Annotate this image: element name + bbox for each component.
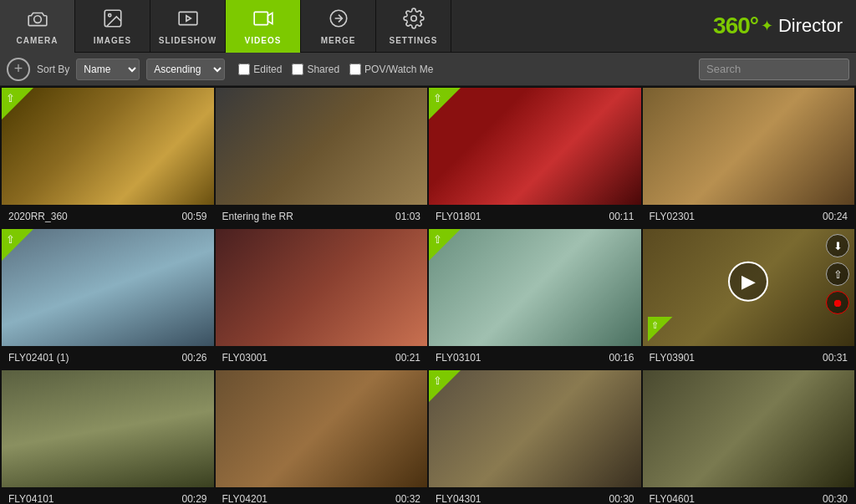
- svg-point-0: [33, 15, 41, 23]
- video-thumb: ⇧: [429, 370, 641, 487]
- video-duration: 00:11: [609, 211, 634, 222]
- thumb-inner: [643, 88, 855, 205]
- video-name: FLY03901: [650, 352, 696, 364]
- nav-merge[interactable]: MERGE: [301, 0, 376, 53]
- add-button[interactable]: +: [7, 58, 30, 81]
- slideshow-icon: [177, 8, 199, 33]
- camera-icon: [27, 8, 48, 33]
- share-icon: ⇧: [433, 233, 442, 246]
- video-duration: 00:21: [395, 352, 420, 364]
- video-name: FLY02401 (1): [8, 352, 69, 364]
- video-info: 2020RR_360 00:59: [2, 205, 214, 227]
- video-info: FLY01801 00:11: [429, 205, 641, 227]
- images-icon: [102, 8, 124, 33]
- video-thumb: [216, 370, 428, 487]
- search-input[interactable]: [699, 59, 849, 80]
- video-cell-v6[interactable]: FLY03001 00:21: [216, 229, 428, 369]
- video-info: FLY02301 00:24: [643, 205, 855, 227]
- video-duration: 00:31: [823, 352, 848, 364]
- filter-shared[interactable]: Shared: [292, 64, 339, 75]
- video-duration: 00:16: [609, 352, 634, 364]
- video-thumb: [643, 88, 855, 205]
- video-thumb: [216, 229, 428, 346]
- video-cell-v4[interactable]: FLY02301 00:24: [643, 88, 855, 227]
- nav-images[interactable]: IMAGES: [75, 0, 150, 53]
- share-icon: ⇧: [433, 92, 442, 104]
- thumb-inner: [216, 229, 428, 346]
- sort-select[interactable]: Name Date Duration Size: [76, 59, 140, 80]
- video-name: FLY04101: [8, 493, 54, 505]
- thumb-inner: [2, 370, 214, 487]
- video-cell-v9[interactable]: FLY04101 00:29: [2, 370, 214, 504]
- video-thumb: ⇧: [429, 88, 641, 205]
- video-info: FLY03101 00:16: [429, 346, 641, 369]
- edited-checkbox[interactable]: [238, 64, 250, 75]
- images-label: IMAGES: [94, 36, 131, 45]
- filter-pov[interactable]: POV/Watch Me: [349, 64, 433, 75]
- video-cell-v10[interactable]: FLY04201 00:32: [216, 370, 428, 504]
- video-cell-v11[interactable]: ⇧ FLY04301 00:30: [429, 370, 641, 504]
- slideshow-label: SLIDESHOW: [159, 36, 217, 45]
- video-thumb: [643, 370, 855, 487]
- download-icon-btn[interactable]: ⬇: [826, 234, 849, 257]
- video-duration: 00:29: [181, 493, 206, 505]
- nav-camera[interactable]: CAMERA: [0, 0, 75, 53]
- video-duration: 00:32: [395, 493, 420, 505]
- delete-icon-btn[interactable]: ⏺: [826, 291, 849, 314]
- thumb-inner: ⇧: [2, 229, 214, 346]
- logo-star: ✦: [761, 17, 773, 35]
- video-duration: 00:30: [823, 493, 848, 505]
- nav-settings[interactable]: SETTINGS: [376, 0, 451, 53]
- pov-checkbox[interactable]: [349, 64, 361, 75]
- nav-slideshow[interactable]: SLIDESHOW: [150, 0, 226, 53]
- nav-items: CAMERA IMAGES SLIDESHOW: [0, 0, 713, 53]
- video-cell-v5[interactable]: ⇧ FLY02401 (1) 00:26: [2, 229, 214, 369]
- share-icon-btn[interactable]: ⇧: [826, 262, 849, 286]
- video-cell-v12[interactable]: FLY04601 00:30: [643, 370, 855, 504]
- merge-icon: [328, 8, 349, 33]
- video-name: FLY03101: [436, 352, 482, 364]
- video-info: FLY03901 00:31: [643, 346, 855, 369]
- svg-rect-4: [254, 12, 268, 24]
- video-thumb: ⇧: [429, 229, 641, 346]
- thumb-inner: [643, 370, 855, 487]
- video-info: FLY02401 (1) 00:26: [2, 346, 214, 369]
- thumb-inner: [216, 370, 428, 487]
- video-info: FLY03001 00:21: [216, 346, 428, 369]
- logo-area: 360° ✦ Director: [713, 13, 856, 39]
- svg-point-2: [108, 13, 110, 16]
- logo-360: 360°: [713, 13, 758, 39]
- merge-label: MERGE: [321, 36, 356, 45]
- filter-edited[interactable]: Edited: [238, 64, 282, 75]
- toolbar: + Sort By Name Date Duration Size Ascend…: [0, 53, 856, 86]
- shared-checkbox[interactable]: [292, 64, 303, 75]
- video-thumb: [216, 88, 428, 205]
- play-overlay[interactable]: ▶: [728, 262, 768, 302]
- video-cell-v3[interactable]: ⇧ FLY01801 00:11: [429, 88, 641, 227]
- thumb-inner: ⇧: [429, 88, 641, 205]
- video-thumb: ⇧: [2, 88, 214, 205]
- video-info: FLY04601 00:30: [643, 487, 855, 504]
- video-thumb: ⬇ ⇧ ⏺ ▶ ⇧: [643, 229, 855, 346]
- thumb-inner: ⇧: [429, 229, 641, 346]
- video-cell-v7[interactable]: ⇧ FLY03101 00:16: [429, 229, 641, 369]
- video-info: FLY04101 00:29: [2, 487, 214, 504]
- video-name: FLY01801: [436, 211, 482, 222]
- svg-point-6: [410, 15, 416, 21]
- video-duration: 00:30: [609, 493, 634, 505]
- video-cell-v8[interactable]: ⬇ ⇧ ⏺ ▶ ⇧ FLY03901 00:31: [643, 229, 855, 369]
- video-cell-v1[interactable]: ⇧ 2020RR_360 00:59: [2, 88, 214, 227]
- video-name: FLY04601: [650, 493, 696, 505]
- video-duration: 01:03: [395, 211, 420, 222]
- thumb-inner: [216, 88, 428, 205]
- nav-videos[interactable]: VIDEOS: [226, 0, 301, 53]
- order-select[interactable]: Ascending Descending: [146, 59, 225, 80]
- svg-rect-3: [179, 12, 197, 24]
- video-name: Entering the RR: [222, 211, 293, 222]
- video-duration: 00:59: [181, 211, 206, 222]
- share-icon: ⇧: [433, 374, 442, 387]
- video-info: FLY04301 00:30: [429, 487, 641, 504]
- settings-label: SETTINGS: [389, 36, 437, 45]
- video-cell-v2[interactable]: Entering the RR 01:03: [216, 88, 428, 227]
- share-icon: ⇧: [6, 92, 15, 104]
